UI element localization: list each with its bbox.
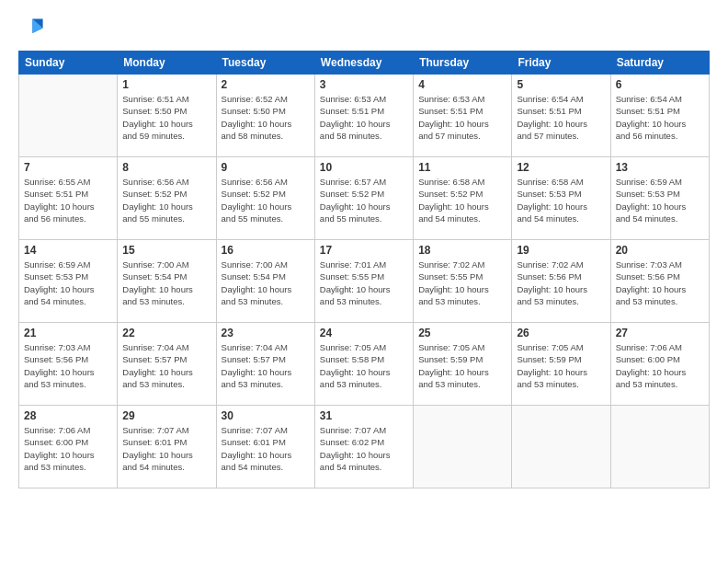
day-info: Sunrise: 6:53 AM Sunset: 5:51 PM Dayligh… [320,93,408,142]
day-info: Sunrise: 7:06 AM Sunset: 6:00 PM Dayligh… [616,341,704,390]
week-row-2: 7Sunrise: 6:55 AM Sunset: 5:51 PM Daylig… [19,157,710,240]
calendar-cell: 6Sunrise: 6:54 AM Sunset: 5:51 PM Daylig… [610,75,709,157]
day-number: 29 [122,409,210,422]
calendar-cell: 29Sunrise: 7:07 AM Sunset: 6:01 PM Dayli… [118,406,216,488]
day-number: 30 [222,409,310,422]
day-info: Sunrise: 7:05 AM Sunset: 5:58 PM Dayligh… [320,341,408,390]
day-info: Sunrise: 6:54 AM Sunset: 5:51 PM Dayligh… [517,93,605,142]
day-info: Sunrise: 7:07 AM Sunset: 6:02 PM Dayligh… [320,424,408,473]
calendar-cell: 28Sunrise: 7:06 AM Sunset: 6:00 PM Dayli… [19,406,118,488]
day-number: 18 [418,244,506,257]
day-info: Sunrise: 7:06 AM Sunset: 6:00 PM Dayligh… [24,424,112,473]
weekday-saturday: Saturday [610,52,709,75]
day-number: 21 [24,327,112,339]
weekday-tuesday: Tuesday [216,52,314,75]
weekday-monday: Monday [118,52,216,75]
day-info: Sunrise: 6:59 AM Sunset: 5:53 PM Dayligh… [24,259,112,307]
calendar-cell: 16Sunrise: 7:00 AM Sunset: 5:54 PM Dayli… [216,240,314,323]
day-number: 7 [24,161,112,174]
calendar-cell: 9Sunrise: 6:56 AM Sunset: 5:52 PM Daylig… [216,157,314,240]
calendar-cell: 24Sunrise: 7:05 AM Sunset: 5:58 PM Dayli… [314,323,413,406]
day-number: 25 [418,327,506,339]
weekday-friday: Friday [512,52,610,75]
weekday-sunday: Sunday [19,52,118,75]
calendar-cell: 8Sunrise: 6:56 AM Sunset: 5:52 PM Daylig… [118,157,216,240]
calendar-cell: 14Sunrise: 6:59 AM Sunset: 5:53 PM Dayli… [19,240,118,323]
week-row-3: 14Sunrise: 6:59 AM Sunset: 5:53 PM Dayli… [19,240,710,323]
day-info: Sunrise: 6:59 AM Sunset: 5:53 PM Dayligh… [616,176,704,224]
day-number: 4 [418,78,506,91]
logo [18,14,50,40]
day-number: 24 [320,327,408,339]
calendar-cell: 27Sunrise: 7:06 AM Sunset: 6:00 PM Dayli… [610,323,709,406]
day-number: 22 [122,327,210,339]
day-info: Sunrise: 7:00 AM Sunset: 5:54 PM Dayligh… [122,259,210,307]
calendar-cell: 12Sunrise: 6:58 AM Sunset: 5:53 PM Dayli… [512,157,610,240]
day-number: 5 [517,78,605,91]
day-info: Sunrise: 7:00 AM Sunset: 5:54 PM Dayligh… [222,259,310,307]
calendar-cell: 26Sunrise: 7:05 AM Sunset: 5:59 PM Dayli… [512,323,610,406]
calendar-cell: 10Sunrise: 6:57 AM Sunset: 5:52 PM Dayli… [314,157,413,240]
day-number: 19 [517,244,605,257]
day-info: Sunrise: 6:54 AM Sunset: 5:51 PM Dayligh… [616,93,704,142]
calendar-cell: 17Sunrise: 7:01 AM Sunset: 5:55 PM Dayli… [314,240,413,323]
day-number: 12 [517,161,605,174]
calendar-cell [414,406,512,488]
calendar-cell: 5Sunrise: 6:54 AM Sunset: 5:51 PM Daylig… [512,75,610,157]
day-number: 2 [222,78,310,91]
weekday-header-row: SundayMondayTuesdayWednesdayThursdayFrid… [19,52,710,75]
day-number: 31 [320,409,408,422]
calendar-cell: 25Sunrise: 7:05 AM Sunset: 5:59 PM Dayli… [414,323,512,406]
day-info: Sunrise: 6:53 AM Sunset: 5:51 PM Dayligh… [418,93,506,142]
calendar-cell: 15Sunrise: 7:00 AM Sunset: 5:54 PM Dayli… [118,240,216,323]
week-row-1: 1Sunrise: 6:51 AM Sunset: 5:50 PM Daylig… [19,75,710,157]
day-number: 28 [24,409,112,422]
day-info: Sunrise: 7:04 AM Sunset: 5:57 PM Dayligh… [222,341,310,390]
day-info: Sunrise: 7:02 AM Sunset: 5:55 PM Dayligh… [418,259,506,307]
day-info: Sunrise: 6:55 AM Sunset: 5:51 PM Dayligh… [24,176,112,224]
day-number: 3 [320,78,408,91]
day-number: 1 [122,78,210,91]
week-row-4: 21Sunrise: 7:03 AM Sunset: 5:56 PM Dayli… [19,323,710,406]
calendar-cell: 30Sunrise: 7:07 AM Sunset: 6:01 PM Dayli… [216,406,314,488]
calendar-table: SundayMondayTuesdayWednesdayThursdayFrid… [18,51,710,488]
day-number: 13 [616,161,704,174]
day-number: 16 [222,244,310,257]
day-number: 6 [616,78,704,91]
day-number: 8 [122,161,210,174]
day-info: Sunrise: 7:07 AM Sunset: 6:01 PM Dayligh… [122,424,210,473]
day-info: Sunrise: 7:02 AM Sunset: 5:56 PM Dayligh… [517,259,605,307]
calendar-cell: 11Sunrise: 6:58 AM Sunset: 5:52 PM Dayli… [414,157,512,240]
calendar-cell: 3Sunrise: 6:53 AM Sunset: 5:51 PM Daylig… [314,75,413,157]
day-info: Sunrise: 7:03 AM Sunset: 5:56 PM Dayligh… [24,341,112,390]
day-number: 11 [418,161,506,174]
day-number: 17 [320,244,408,257]
calendar-cell: 4Sunrise: 6:53 AM Sunset: 5:51 PM Daylig… [414,75,512,157]
day-info: Sunrise: 6:52 AM Sunset: 5:50 PM Dayligh… [222,93,310,142]
day-info: Sunrise: 7:07 AM Sunset: 6:01 PM Dayligh… [222,424,310,473]
calendar-cell: 23Sunrise: 7:04 AM Sunset: 5:57 PM Dayli… [216,323,314,406]
page: SundayMondayTuesdayWednesdayThursdayFrid… [0,0,728,563]
calendar-cell [610,406,709,488]
calendar-cell [512,406,610,488]
day-info: Sunrise: 6:58 AM Sunset: 5:52 PM Dayligh… [418,176,506,224]
day-number: 15 [122,244,210,257]
day-info: Sunrise: 6:51 AM Sunset: 5:50 PM Dayligh… [122,93,210,142]
day-number: 27 [616,327,704,339]
calendar-cell: 7Sunrise: 6:55 AM Sunset: 5:51 PM Daylig… [19,157,118,240]
calendar-cell: 22Sunrise: 7:04 AM Sunset: 5:57 PM Dayli… [118,323,216,406]
weekday-wednesday: Wednesday [314,52,413,75]
calendar-cell: 2Sunrise: 6:52 AM Sunset: 5:50 PM Daylig… [216,75,314,157]
day-info: Sunrise: 6:58 AM Sunset: 5:53 PM Dayligh… [517,176,605,224]
day-info: Sunrise: 7:03 AM Sunset: 5:56 PM Dayligh… [616,259,704,307]
day-info: Sunrise: 7:01 AM Sunset: 5:55 PM Dayligh… [320,259,408,307]
calendar-cell: 31Sunrise: 7:07 AM Sunset: 6:02 PM Dayli… [314,406,413,488]
weekday-thursday: Thursday [414,52,512,75]
calendar-cell: 13Sunrise: 6:59 AM Sunset: 5:53 PM Dayli… [610,157,709,240]
day-number: 10 [320,161,408,174]
day-number: 20 [616,244,704,257]
day-info: Sunrise: 7:05 AM Sunset: 5:59 PM Dayligh… [418,341,506,390]
day-info: Sunrise: 7:04 AM Sunset: 5:57 PM Dayligh… [122,341,210,390]
day-number: 14 [24,244,112,257]
day-info: Sunrise: 6:57 AM Sunset: 5:52 PM Dayligh… [320,176,408,224]
